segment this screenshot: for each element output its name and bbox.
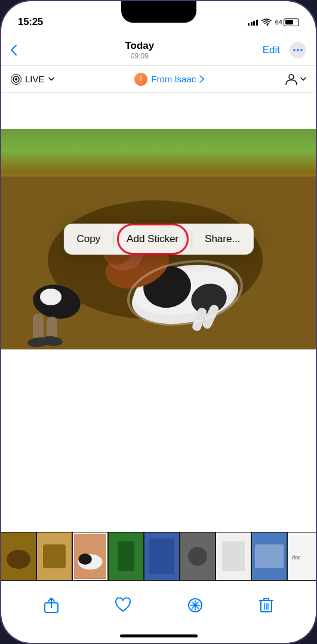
svg-point-1 (297, 49, 299, 51)
from-badge[interactable]: I From Isaac (134, 73, 204, 86)
photo-container[interactable]: Copy Add Sticker Share... (1, 129, 316, 349)
notch (121, 1, 196, 23)
signal-bar-1 (248, 23, 250, 26)
signal-icon (248, 18, 258, 26)
battery-icon: 64 (275, 18, 299, 26)
signal-bar-4 (256, 20, 258, 26)
svg-point-0 (293, 49, 296, 51)
svg-point-27 (7, 550, 30, 569)
svg-point-2 (300, 49, 303, 51)
status-icons: 64 (248, 18, 299, 26)
svg-point-20 (40, 289, 61, 305)
nav-bar: Today 09:09 Edit (1, 35, 316, 66)
photo-top-space (1, 93, 316, 129)
nav-subtitle: 09:09 (131, 52, 149, 60)
nav-center: Today 09:09 (125, 40, 154, 60)
menu-item-add-sticker[interactable]: Add Sticker (113, 226, 192, 252)
share-icon (44, 597, 59, 614)
svg-point-5 (289, 75, 294, 79)
status-time: 15:25 (18, 16, 43, 28)
home-indicator (1, 628, 316, 643)
trash-icon (259, 597, 273, 614)
thumbnail-7[interactable] (216, 532, 251, 580)
from-avatar: I (134, 73, 147, 86)
magic-button[interactable] (187, 597, 204, 614)
menu-item-share[interactable]: Share... (192, 226, 254, 252)
status-bar: 15:25 (1, 1, 316, 35)
svg-rect-34 (118, 541, 134, 571)
thumbnail-1[interactable] (1, 532, 36, 580)
battery-body (284, 18, 299, 26)
person-icon (285, 73, 298, 86)
photo-main-bottom (1, 349, 316, 532)
favorite-button[interactable] (115, 597, 131, 613)
wifi-icon (261, 18, 272, 26)
live-icon (11, 74, 21, 85)
svg-text:doc: doc (292, 555, 301, 561)
nav-back-button[interactable] (11, 45, 17, 55)
svg-rect-40 (222, 541, 245, 571)
photo-toolbar: LIVE I From Isaac (1, 66, 316, 93)
thumbnail-3-active[interactable] (73, 532, 107, 580)
person-chevron-icon (300, 77, 306, 81)
battery-fill (285, 20, 293, 24)
signal-bar-3 (253, 21, 255, 26)
from-chevron-icon (199, 75, 204, 83)
from-label: From Isaac (151, 74, 196, 84)
magic-icon (187, 597, 204, 614)
nav-edit-button[interactable]: Edit (263, 44, 280, 56)
phone-screen: 15:25 (1, 1, 316, 643)
svg-point-38 (188, 547, 207, 566)
battery-level: 64 (275, 18, 282, 26)
bottom-actions (1, 581, 316, 628)
nav-actions: Edit (263, 42, 306, 58)
svg-point-47 (193, 603, 197, 607)
svg-rect-42 (255, 544, 284, 568)
svg-point-32 (78, 553, 91, 565)
thumbnail-5[interactable] (144, 532, 179, 580)
heart-icon (115, 597, 131, 613)
context-menu: Copy Add Sticker Share... (63, 224, 253, 255)
photo-area: Copy Add Sticker Share... (1, 93, 316, 532)
live-badge[interactable]: LIVE (11, 74, 54, 85)
nav-more-button[interactable] (290, 42, 306, 58)
thumbnail-4[interactable] (109, 532, 143, 580)
thumbnail-2[interactable] (37, 532, 72, 580)
svg-rect-36 (149, 538, 174, 574)
dog-photo: Copy Add Sticker Share... (1, 129, 316, 349)
phone-frame: 15:25 (0, 0, 317, 644)
delete-button[interactable] (259, 597, 273, 614)
thumbnail-9[interactable]: doc (288, 532, 316, 580)
menu-item-copy[interactable]: Copy (63, 226, 113, 252)
live-chevron-icon (48, 77, 54, 81)
signal-bar-2 (251, 22, 253, 26)
home-bar (120, 634, 198, 637)
share-button[interactable] (44, 597, 59, 614)
thumbnail-strip[interactable]: doc (1, 532, 316, 581)
thumbnail-8[interactable] (252, 532, 287, 580)
live-label: LIVE (25, 74, 45, 84)
grass-overlay (1, 129, 316, 173)
svg-point-4 (15, 78, 17, 80)
thumbnail-6[interactable] (180, 532, 215, 580)
person-icon-button[interactable] (285, 73, 306, 86)
svg-rect-29 (43, 544, 66, 568)
nav-title: Today (125, 40, 154, 52)
